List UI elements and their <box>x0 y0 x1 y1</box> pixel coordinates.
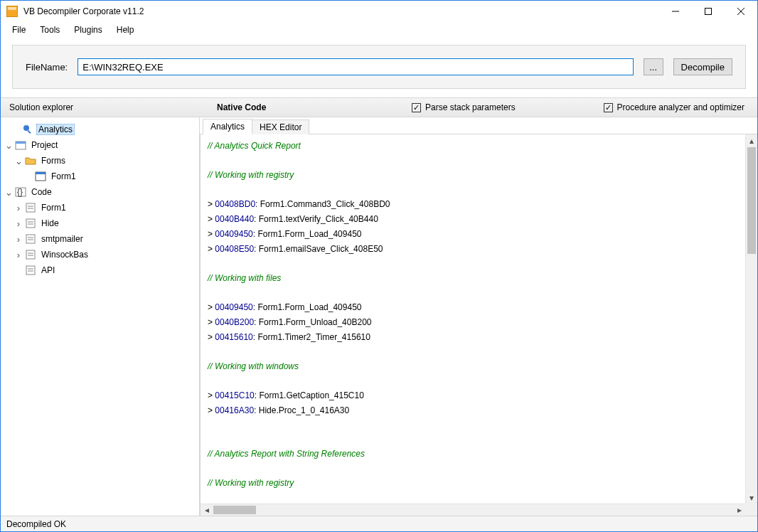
form-icon <box>35 171 46 182</box>
app-icon <box>6 6 18 17</box>
filename-input[interactable] <box>78 58 633 75</box>
module-icon <box>25 218 36 229</box>
svg-rect-20 <box>26 235 35 243</box>
folder-icon <box>25 155 36 166</box>
svg-rect-11 <box>36 172 46 174</box>
collapse-icon[interactable]: ⌄ <box>4 187 14 198</box>
file-panel: FileName: ... Decompile <box>12 45 746 89</box>
tree-winsock[interactable]: › WinsockBas <box>4 247 196 262</box>
scroll-left-icon[interactable]: ◂ <box>201 504 213 516</box>
menu-plugins[interactable]: Plugins <box>67 23 109 37</box>
svg-text:{}: {} <box>17 187 23 197</box>
close-button[interactable] <box>725 1 757 22</box>
scroll-down-icon[interactable]: ▾ <box>746 491 757 504</box>
title-bar: VB Decompiler Corporate v11.2 <box>1 1 757 22</box>
menu-tools[interactable]: Tools <box>33 23 67 37</box>
status-bar: Decompiled OK <box>1 516 757 531</box>
svg-rect-1 <box>8 7 16 10</box>
proc-analyzer-checkbox[interactable]: ✓ Procedure analyzer and optimizer <box>604 102 744 112</box>
code-type-label: Native Code <box>217 102 395 112</box>
browse-button[interactable]: ... <box>644 58 663 75</box>
module-icon <box>25 202 36 213</box>
tree-hide[interactable]: › Hide <box>4 216 196 231</box>
check-icon: ✓ <box>604 103 613 112</box>
tree-smtp[interactable]: › smtpmailer <box>4 231 196 247</box>
code-viewer[interactable]: // Analytics Quick Report // Working wit… <box>201 134 745 504</box>
svg-rect-14 <box>26 203 35 212</box>
status-text: Decompiled OK <box>6 519 66 529</box>
vertical-scrollbar[interactable]: ▴ ▾ <box>745 134 757 504</box>
expand-icon[interactable]: › <box>14 218 23 229</box>
svg-rect-9 <box>16 142 26 144</box>
svg-rect-3 <box>705 9 712 15</box>
window-title: VB Decompiler Corporate v11.2 <box>23 6 144 16</box>
expand-icon[interactable]: › <box>14 234 23 245</box>
scrollbar-thumb[interactable] <box>747 147 756 254</box>
expand-icon[interactable]: › <box>14 203 23 213</box>
parse-stack-checkbox[interactable]: ✓ Parse stack parameters <box>412 102 516 112</box>
tree-form1[interactable]: Form1 <box>4 169 196 184</box>
menu-file[interactable]: File <box>5 23 33 37</box>
module-icon <box>25 249 36 260</box>
tab-hex-editor[interactable]: HEX Editor <box>252 119 309 134</box>
svg-rect-17 <box>26 219 35 228</box>
parse-stack-label: Parse stack parameters <box>425 102 516 112</box>
minimize-button[interactable] <box>659 1 692 22</box>
tab-analytics[interactable]: Analytics <box>203 119 252 134</box>
code-icon: {} <box>15 186 26 198</box>
scroll-corner <box>745 504 757 516</box>
scroll-right-icon[interactable]: ▸ <box>733 504 745 516</box>
solution-explorer-tree[interactable]: Analytics ⌄ Project ⌄ Forms Form1 ⌄ {} C… <box>1 117 200 516</box>
tree-api[interactable]: API <box>4 262 196 278</box>
collapse-icon[interactable]: ⌄ <box>4 140 14 151</box>
tree-forms[interactable]: ⌄ Forms <box>4 153 196 169</box>
filename-label: FileName: <box>26 62 68 73</box>
header-row: Solution explorer Native Code ✓ Parse st… <box>1 97 757 117</box>
check-icon: ✓ <box>412 103 421 112</box>
module-icon <box>25 265 36 276</box>
menu-bar: File Tools Plugins Help <box>1 22 757 38</box>
scrollbar-thumb[interactable] <box>213 506 256 514</box>
svg-rect-7 <box>28 130 31 134</box>
analytics-icon <box>22 124 33 135</box>
menu-help[interactable]: Help <box>110 23 142 37</box>
tree-project[interactable]: ⌄ Project <box>4 137 196 153</box>
proc-analyzer-label: Procedure analyzer and optimizer <box>617 102 744 112</box>
module-icon <box>25 233 36 245</box>
tree-code-form1[interactable]: › Form1 <box>4 200 196 216</box>
project-icon <box>15 139 26 151</box>
maximize-button[interactable] <box>692 1 725 22</box>
horizontal-scrollbar[interactable]: ◂ ▸ <box>201 504 745 516</box>
svg-rect-23 <box>26 250 35 259</box>
code-tabs: Analytics HEX Editor <box>200 117 757 134</box>
tree-code[interactable]: ⌄ {} Code <box>4 184 196 200</box>
svg-point-6 <box>23 125 29 131</box>
svg-rect-26 <box>26 266 35 275</box>
tree-analytics[interactable]: Analytics <box>4 122 196 137</box>
scroll-up-icon[interactable]: ▴ <box>746 134 757 147</box>
expand-icon[interactable]: › <box>14 250 23 260</box>
solution-explorer-label: Solution explorer <box>9 102 200 112</box>
decompile-button[interactable]: Decompile <box>673 58 732 75</box>
collapse-icon[interactable]: ⌄ <box>14 156 23 166</box>
